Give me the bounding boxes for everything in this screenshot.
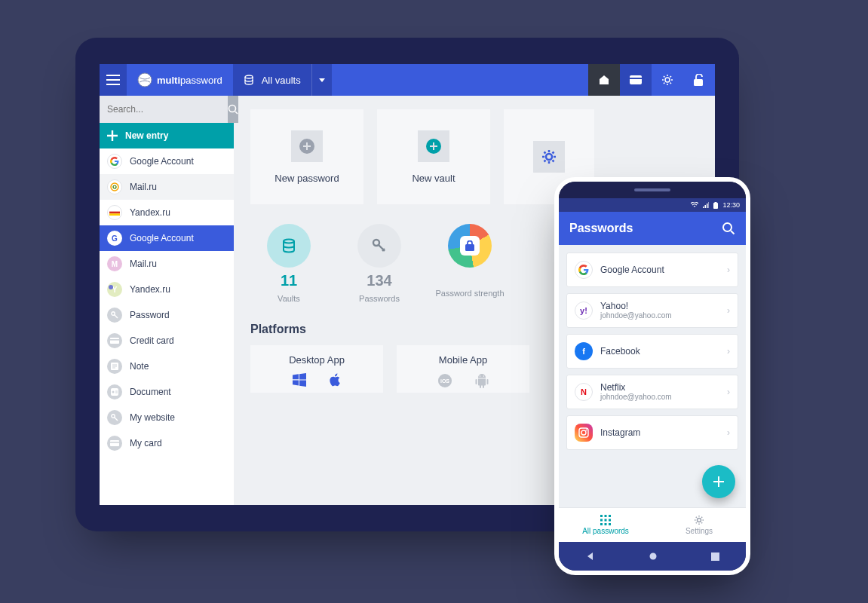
svg-point-33 [723, 223, 732, 231]
sidebar-item-document[interactable]: Document [100, 379, 234, 405]
settings-button[interactable] [652, 64, 683, 96]
menu-icon [106, 75, 120, 85]
svg-rect-2 [630, 75, 642, 84]
key-icon [357, 224, 401, 268]
menu-button[interactable] [100, 64, 127, 96]
vault-stack-icon [267, 224, 311, 268]
new-entry-button[interactable]: New entry [100, 123, 234, 148]
nav-label: Settings [686, 527, 713, 535]
stat-vaults[interactable]: 11 Vaults [250, 224, 327, 303]
back-key[interactable] [586, 552, 595, 561]
stat-strength[interactable]: Password strength [431, 224, 508, 303]
windows-icon [293, 373, 306, 387]
credit-card-icon [107, 333, 122, 348]
home-button[interactable] [588, 64, 620, 96]
credit-card-icon [107, 436, 122, 451]
search-row [100, 96, 234, 123]
search-input[interactable] [100, 96, 228, 123]
stat-passwords[interactable]: 134 Passwords [341, 224, 418, 303]
svg-point-17 [112, 391, 115, 393]
svg-rect-32 [713, 203, 718, 209]
svg-point-8 [113, 185, 116, 188]
search-button[interactable] [722, 222, 735, 235]
svg-point-24 [284, 240, 294, 243]
lock-icon [460, 236, 480, 256]
svg-rect-19 [110, 440, 119, 446]
svg-rect-41 [605, 519, 607, 522]
wifi-icon [691, 202, 698, 208]
sidebar-item-label: My website [130, 412, 175, 423]
card-button[interactable] [620, 64, 652, 96]
svg-rect-42 [609, 519, 611, 522]
svg-point-47 [649, 553, 656, 560]
android-nav-keys [559, 542, 746, 571]
sidebar-item-google[interactable]: Google Account [100, 148, 234, 174]
platform-label: Mobile App [439, 354, 487, 366]
desktop-app-card[interactable]: Desktop App [250, 345, 383, 393]
add-button[interactable] [702, 465, 735, 498]
android-icon [475, 373, 489, 388]
home-key[interactable] [649, 552, 658, 561]
chevron-right-icon: › [727, 387, 730, 397]
svg-rect-40 [600, 519, 603, 522]
nav-all-passwords[interactable]: All passwords [559, 508, 652, 542]
home-icon [598, 74, 610, 86]
lock-button[interactable] [683, 64, 715, 96]
svg-rect-9 [109, 210, 120, 212]
sidebar-item-label: Yandex.ru [130, 207, 170, 218]
note-icon [107, 359, 122, 374]
svg-rect-10 [109, 212, 120, 214]
globe-icon [137, 72, 152, 87]
svg-rect-43 [600, 523, 603, 525]
sidebar-item-credit-card[interactable]: Credit card [100, 328, 234, 354]
app-logo: multipassword [127, 72, 233, 87]
sidebar-item-website[interactable]: My website [100, 405, 234, 430]
phone-status-bar: 12:30 [559, 198, 746, 212]
phone-bottom-nav: All passwords Settings [559, 507, 746, 542]
svg-point-4 [665, 78, 670, 82]
letter-m-icon: M [107, 256, 122, 271]
chevron-right-icon: › [727, 305, 730, 316]
stat-label: Passwords [359, 294, 400, 303]
list-item[interactable]: f Facebook › [566, 334, 738, 369]
svg-rect-31 [715, 202, 717, 203]
sidebar: New entry Google Account Mail.ru Yandex.… [100, 96, 234, 505]
new-vault-card[interactable]: New vault [377, 109, 490, 204]
vault-selector[interactable]: All vaults [233, 64, 312, 96]
list-item[interactable]: N Netflixjohndoe@yahoo.com › [566, 375, 738, 409]
recent-key[interactable] [711, 552, 719, 561]
sidebar-item-yandex-2[interactable]: Y Yandex.ru [100, 277, 234, 302]
letter-g-icon: G [107, 231, 122, 246]
vault-caret[interactable] [312, 64, 332, 96]
sidebar-item-label: Mail.ru [130, 182, 157, 192]
plus-circle-icon [418, 130, 449, 162]
grid-icon [600, 515, 611, 525]
row-title: Netflix [600, 382, 719, 393]
sidebar-item-password[interactable]: Password [100, 302, 234, 328]
sidebar-item-note[interactable]: Note [100, 354, 234, 379]
sidebar-item-label: Google Account [130, 233, 194, 243]
row-subtitle: johndoe@yahoo.com [600, 311, 719, 320]
sidebar-item-yandex[interactable]: Yandex.ru [100, 200, 234, 225]
nav-settings[interactable]: Settings [652, 508, 746, 542]
svg-point-30 [483, 375, 484, 376]
list-item[interactable]: y! Yahoo!johndoe@yahoo.com › [566, 293, 738, 328]
nav-label: All passwords [582, 527, 629, 535]
mobile-app-card[interactable]: Mobile App iOS [397, 345, 529, 393]
svg-rect-37 [600, 515, 603, 517]
yahoo-icon: y! [575, 302, 593, 320]
svg-point-36 [586, 430, 587, 431]
ios-icon: iOS [437, 373, 452, 388]
netflix-icon: N [575, 383, 593, 401]
sidebar-item-mailru[interactable]: Mail.ru [100, 174, 234, 200]
list-item[interactable]: Google Account › [566, 253, 738, 287]
document-icon [107, 384, 122, 399]
new-password-card[interactable]: New password [250, 109, 363, 204]
phone-appbar: Passwords [559, 212, 746, 245]
sidebar-item-mailru-2[interactable]: M Mail.ru [100, 251, 234, 277]
svg-rect-5 [694, 79, 703, 86]
row-subtitle: johndoe@yahoo.com [600, 393, 719, 402]
list-item[interactable]: Instagram › [566, 415, 738, 450]
sidebar-item-mycard[interactable]: My card [100, 430, 234, 456]
sidebar-item-google-2[interactable]: G Google Account [100, 225, 234, 251]
